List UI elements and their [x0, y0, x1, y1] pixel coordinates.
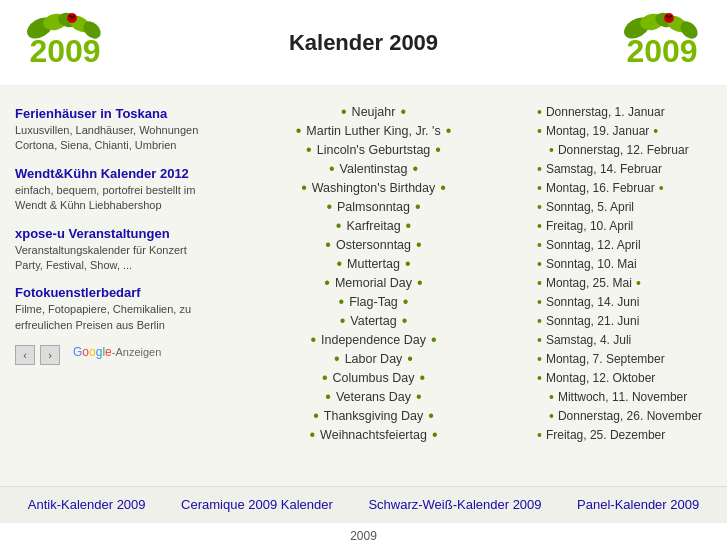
sidebar: Ferienhäuser in Toskana Luxusvillen, Lan… [0, 96, 220, 476]
google-brand: Google-Anzeigen [73, 345, 161, 365]
holiday-item: •Columbus Day• [230, 370, 517, 386]
holiday-label: Neujahr [352, 105, 396, 119]
date-bullet-icon: • [537, 275, 542, 291]
main-content: Ferienhäuser in Toskana Luxusvillen, Lan… [0, 86, 727, 486]
holiday-label: Vatertag [350, 314, 396, 328]
date-bullet-icon: • [537, 370, 542, 386]
date-label: Sonntag, 12. April [546, 238, 641, 252]
sidebar-ad-item: Fotokuenstlerbedarf Filme, Fotopapiere, … [15, 285, 205, 333]
bullet-icon: • [310, 427, 316, 443]
holiday-item: •Martin Luther King, Jr. 's• [230, 123, 517, 139]
sidebar-navigation: ‹ › Google-Anzeigen [15, 345, 205, 365]
holiday-item: •Thanksgiving Day• [230, 408, 517, 424]
date-label: Montag, 16. Februar [546, 181, 655, 195]
footer-link[interactable]: Ceramique 2009 Kalender [181, 497, 333, 512]
holiday-label: Labor Day [345, 352, 403, 366]
google-e: e [105, 345, 112, 359]
holiday-label: Karfreitag [346, 219, 400, 233]
date-bullet-right-icon: • [659, 180, 664, 196]
holiday-label: Flag-Tag [349, 295, 398, 309]
date-label: Montag, 12. Oktober [546, 371, 655, 385]
date-item: •Sonntag, 10. Mai [537, 256, 717, 272]
date-bullet-icon: • [549, 408, 554, 424]
bullet-icon-right: • [416, 237, 422, 253]
date-label: Freitag, 10. April [546, 219, 633, 233]
holiday-label: Independence Day [321, 333, 426, 347]
sidebar-ad-link[interactable]: xpose-u Veranstaltungen [15, 226, 205, 241]
bullet-icon: • [313, 408, 319, 424]
holiday-item: •Palmsonntag• [230, 199, 517, 215]
date-item: •Samstag, 14. Februar [537, 161, 717, 177]
holiday-item: •Independence Day• [230, 332, 517, 348]
date-label: Mittwoch, 11. November [558, 390, 687, 404]
sidebar-ad-link[interactable]: Ferienhäuser in Toskana [15, 106, 205, 121]
footer-link[interactable]: Schwarz-Weiß-Kalender 2009 [368, 497, 541, 512]
bullet-icon-right: • [431, 332, 437, 348]
date-item: •Freitag, 10. April [537, 218, 717, 234]
holiday-label: Washington's Birthday [312, 181, 436, 195]
date-item: •Sonntag, 12. April [537, 237, 717, 253]
bullet-icon: • [334, 351, 340, 367]
date-label: Donnerstag, 26. November [558, 409, 702, 423]
holiday-label: Ostersonntag [336, 238, 411, 252]
holiday-item: •Labor Day• [230, 351, 517, 367]
google-g: G [73, 345, 82, 359]
holiday-item: •Muttertag• [230, 256, 517, 272]
sidebar-ad-text: einfach, bequem, portofrei bestellt im W… [15, 183, 205, 214]
bullet-icon: • [325, 389, 331, 405]
date-item: •Donnerstag, 26. November [537, 408, 717, 424]
holiday-item: •Ostersonntag• [230, 237, 517, 253]
bullet-icon: • [336, 218, 342, 234]
holiday-item: •Weihnachtsfeiertag• [230, 427, 517, 443]
bullet-icon: • [339, 294, 345, 310]
footer-link[interactable]: Antik-Kalender 2009 [28, 497, 146, 512]
date-item: •Montag, 25. Mai• [537, 275, 717, 291]
date-bullet-icon: • [537, 123, 542, 139]
footer-link[interactable]: Panel-Kalender 2009 [577, 497, 699, 512]
holiday-label: Muttertag [347, 257, 400, 271]
bottom-bar: 2009 [0, 522, 727, 545]
date-item: •Freitag, 25. Dezember [537, 427, 717, 443]
svg-point-9 [73, 15, 75, 17]
date-label: Sonntag, 10. Mai [546, 257, 637, 271]
right-column: •Donnerstag, 1. Januar•Montag, 19. Janua… [527, 96, 727, 476]
svg-text:2009: 2009 [29, 33, 100, 69]
nav-next-button[interactable]: › [40, 345, 60, 365]
sidebar-ad-link[interactable]: Fotokuenstlerbedarf [15, 285, 205, 300]
date-list: •Donnerstag, 1. Januar•Montag, 19. Janua… [537, 104, 717, 443]
sidebar-ad-item: Wendt&Kühn Kalender 2012 einfach, bequem… [15, 166, 205, 214]
footer-link-container: Antik-Kalender 2009Ceramique 2009 Kalend… [20, 497, 707, 512]
bullet-icon-right: • [432, 427, 438, 443]
bullet-icon: • [336, 256, 342, 272]
date-bullet-icon: • [537, 427, 542, 443]
holiday-label: Weihnachtsfeiertag [320, 428, 427, 442]
holiday-label: Veterans Day [336, 390, 411, 404]
svg-point-19 [670, 15, 672, 17]
sidebar-ad-link[interactable]: Wendt&Kühn Kalender 2012 [15, 166, 205, 181]
date-item: •Mittwoch, 11. November [537, 389, 717, 405]
bullet-icon: • [310, 332, 316, 348]
holiday-item: •Karfreitag• [230, 218, 517, 234]
bullet-icon-right: • [402, 313, 408, 329]
date-label: Montag, 25. Mai [546, 276, 632, 290]
date-label: Samstag, 4. Juli [546, 333, 631, 347]
date-bullet-right-icon: • [636, 275, 641, 291]
bullet-icon: • [306, 142, 312, 158]
date-item: •Sonntag, 21. Juni [537, 313, 717, 329]
sidebar-ad-text: Filme, Fotopapiere, Chemikalien, zu erfr… [15, 302, 205, 333]
header: 2009 Kalender 2009 2009 [0, 0, 727, 86]
date-bullet-icon: • [537, 237, 542, 253]
svg-point-18 [666, 15, 668, 17]
bullet-icon-right: • [403, 294, 409, 310]
date-item: •Samstag, 4. Juli [537, 332, 717, 348]
date-label: Montag, 19. Januar [546, 124, 649, 138]
date-bullet-icon: • [549, 142, 554, 158]
date-bullet-right-icon: • [653, 123, 658, 139]
bottom-text: 2009 [350, 529, 377, 543]
bullet-icon-right: • [412, 161, 418, 177]
nav-prev-button[interactable]: ‹ [15, 345, 35, 365]
date-bullet-icon: • [537, 218, 542, 234]
date-bullet-icon: • [537, 161, 542, 177]
holiday-list: •Neujahr••Martin Luther King, Jr. 's••Li… [230, 104, 517, 443]
date-bullet-icon: • [537, 199, 542, 215]
